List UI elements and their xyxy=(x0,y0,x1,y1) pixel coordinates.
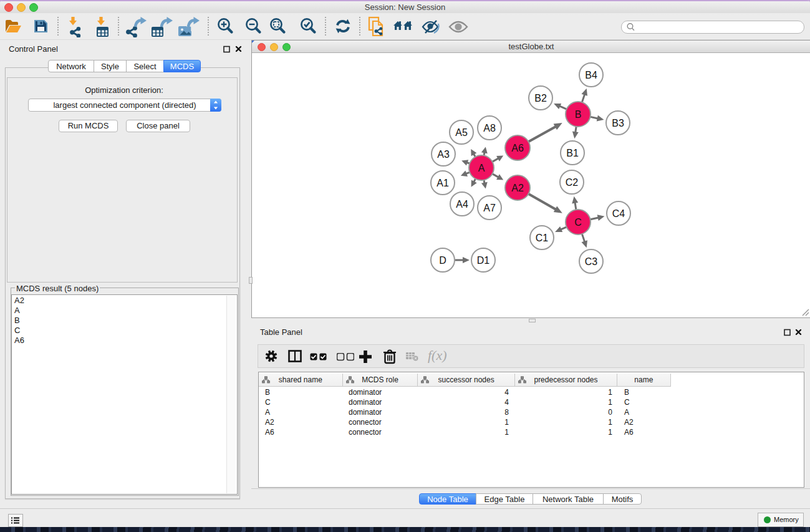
svg-text:B2: B2 xyxy=(534,93,547,104)
svg-text:B3: B3 xyxy=(612,118,624,128)
svg-text:C4: C4 xyxy=(612,208,625,219)
svg-text:B4: B4 xyxy=(585,70,597,80)
svg-text:A5: A5 xyxy=(455,127,468,138)
svg-text:B1: B1 xyxy=(566,148,579,158)
svg-text:A8: A8 xyxy=(483,123,496,133)
svg-text:A7: A7 xyxy=(483,203,496,213)
svg-text:C2: C2 xyxy=(566,177,579,188)
svg-text:C: C xyxy=(574,217,582,228)
svg-text:A6: A6 xyxy=(511,143,524,153)
svg-text:A: A xyxy=(478,163,485,173)
svg-text:A2: A2 xyxy=(511,183,524,193)
svg-text:A3: A3 xyxy=(437,149,450,160)
svg-text:D: D xyxy=(439,255,446,266)
svg-text:C3: C3 xyxy=(585,256,598,267)
svg-text:D1: D1 xyxy=(477,255,490,266)
svg-text:B: B xyxy=(575,109,582,120)
svg-text:A4: A4 xyxy=(456,199,468,210)
svg-text:A1: A1 xyxy=(436,178,449,188)
svg-text:C1: C1 xyxy=(536,233,549,243)
